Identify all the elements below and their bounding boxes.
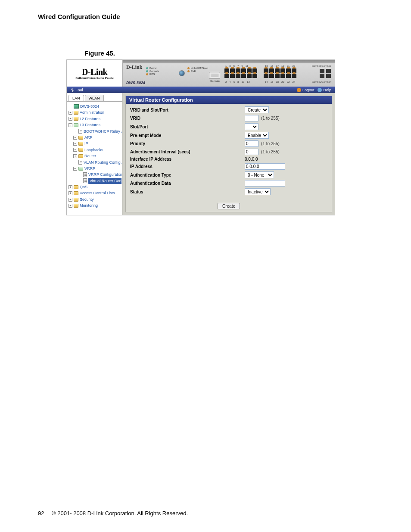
tree-acl[interactable]: + Access Control Lists [68,190,121,196]
device-fan-icon [179,70,185,76]
logout-link[interactable]: Logout [297,88,314,92]
tree-item-label: Loopbacks [84,147,103,153]
select-preempt[interactable]: Enable [245,132,269,139]
console-port-icon [209,72,220,79]
port-numbers-bot-left: 24681012 [225,81,250,83]
expand-icon[interactable]: + [68,111,72,115]
input-auth-data[interactable] [245,180,285,187]
tree-item-label: Router [84,153,96,159]
page-header: Wired Configuration Guide [0,0,411,25]
port-icon[interactable] [247,74,252,78]
copyright: © 2001- 2008 D-Link Corporation. All Rig… [52,510,188,516]
label-vrid: VRID [130,116,245,121]
led-rps-label: RPS [149,73,155,75]
input-adv-int[interactable] [245,149,258,155]
help-icon [318,88,322,92]
doc-icon [83,178,87,183]
folder-icon [74,111,78,115]
folder-icon [74,198,78,202]
tree-vlan-routing[interactable]: · VLAN Routing Configurati [68,159,121,165]
tree-virtual-router[interactable]: · Virtual Router Configu [68,178,121,184]
input-ip-addr[interactable] [245,163,285,170]
help-link[interactable]: Help [318,88,331,92]
label-preempt: Pre-empt Mode [130,133,245,138]
collapse-icon[interactable]: − [73,167,77,171]
tree-item-label: VLAN Routing Configurati [84,159,121,165]
tab-lan[interactable]: LAN [68,95,84,101]
combo-port-icon[interactable] [320,74,324,78]
tree-l3[interactable]: − L3 Features [68,122,121,128]
folder-icon [74,191,78,195]
led-console-label: Console [149,70,159,72]
tool-icon [70,88,75,92]
combo-port-icon[interactable] [326,69,331,73]
tool-menu[interactable]: Tool [70,88,83,92]
folder-icon [78,142,83,146]
select-vrid-slot[interactable]: Create [245,106,269,113]
expand-icon[interactable]: + [73,136,77,140]
create-button[interactable]: Create [218,203,240,209]
tree-security[interactable]: + Security [68,196,121,202]
expand-icon[interactable]: + [68,198,72,202]
tree-vrrp-config[interactable]: · VRRP Configuration [68,171,121,177]
tree-admin[interactable]: + Administration [68,109,121,115]
port-icon[interactable] [280,74,285,78]
logout-icon [297,88,301,92]
folder-icon [78,136,83,140]
select-slot-port[interactable] [245,123,258,130]
port-icon[interactable] [252,74,257,78]
brand-name: D-Link [82,67,107,77]
select-auth-type[interactable]: 0 - None [245,171,274,178]
combo-port-icon[interactable] [326,74,331,78]
expand-icon[interactable]: + [73,148,77,152]
tab-wlan[interactable]: WLAN [85,95,104,101]
port-group-left [224,68,257,78]
port-icon[interactable] [264,74,268,78]
expand-icon[interactable]: + [68,191,72,195]
tree-root[interactable]: DWS-3024 [68,103,121,109]
device-icon [74,104,79,109]
tree-router[interactable]: + Router [68,153,121,159]
expand-icon[interactable]: + [68,204,72,208]
expand-icon[interactable]: + [68,117,72,121]
tree-loopbacks[interactable]: + Loopbacks [68,147,121,153]
tree-qos[interactable]: + QoS [68,184,121,190]
led-block-2: Link/ACT/Spec PoE [187,66,208,73]
input-priority[interactable] [245,140,258,147]
port-icon[interactable] [286,74,291,78]
tree-vrrp[interactable]: − VRRP [68,165,121,171]
tree-monitoring[interactable]: + Monitoring [68,202,121,208]
combo-port-icon[interactable] [320,69,324,73]
port-icon[interactable] [269,74,274,78]
row-vrid-slot: VRID and Slot/Port Create [130,106,327,114]
port-icon[interactable] [230,74,235,78]
collapse-icon[interactable]: − [68,123,72,127]
content-area: Virtual Router Configuration VRID and Sl… [123,93,335,215]
folder-icon [78,148,83,152]
port-icon[interactable] [236,74,240,78]
expand-icon[interactable]: + [68,185,72,189]
tree-ip[interactable]: + IP [68,140,121,146]
port-icon[interactable] [275,74,280,78]
device-model-label: DWS-3024 [126,81,145,85]
port-icon[interactable] [224,74,229,78]
expand-icon[interactable]: + [73,142,77,146]
port-numbers-bot-right: 141618202224 [265,81,295,83]
tree-l2[interactable]: + L2 Features [68,116,121,122]
tree-arp[interactable]: + ARP [68,134,121,140]
nav-tree: DWS-3024 + Administration + L2 Features … [67,102,122,209]
input-vrid[interactable] [245,115,258,121]
console-led-icon [146,70,148,72]
tree-item-label: Access Control Lists [80,190,115,196]
tree-item-label: Administration [80,109,104,115]
folder-open-icon [78,167,83,171]
tree-bootp[interactable]: · BOOTP/DHCP Relay Agent [68,128,121,134]
port-icon[interactable] [241,74,246,78]
expand-icon[interactable]: + [73,154,77,158]
port-icon[interactable] [292,74,296,78]
label-vrid-slot: VRID and Slot/Port [130,108,245,112]
label-auth-data: Authentication Data [130,181,245,186]
tree-root-label: DWS-3024 [80,103,99,109]
value-if-ip: 0.0.0.0 [245,157,258,162]
select-status[interactable]: Inactive [245,188,271,195]
